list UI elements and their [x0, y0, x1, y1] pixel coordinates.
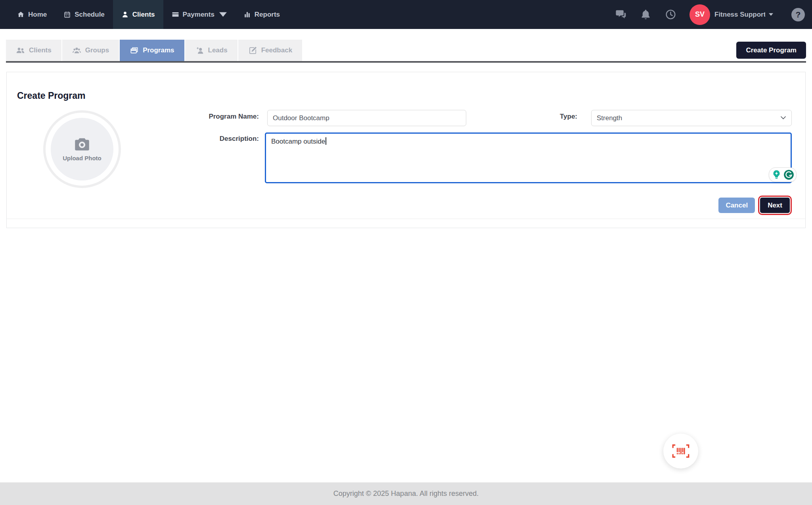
top-navbar: Home Schedule Clients Payments Reports: [0, 0, 812, 29]
description-textarea[interactable]: Bootcamp outside: [265, 132, 792, 183]
description-text: Bootcamp outside: [271, 138, 325, 145]
nav-item-label: Schedule: [75, 11, 105, 19]
bell-icon: [640, 9, 651, 20]
page-footer: Copyright © 2025 Hapana. All rights rese…: [0, 482, 812, 505]
main-navigation: Home Schedule Clients Payments Reports: [0, 0, 288, 29]
nav-item-label: Clients: [132, 11, 155, 19]
type-select-wrap: Strength: [591, 110, 792, 126]
question-mark-icon: ?: [796, 10, 801, 19]
camera-icon: [74, 137, 90, 151]
program-name-input[interactable]: [267, 110, 466, 126]
form-actions: Cancel Next: [718, 196, 792, 215]
bar-chart-icon: [243, 11, 251, 18]
notifications-button[interactable]: [640, 9, 651, 20]
tab-label: Programs: [143, 46, 174, 54]
navbar-right: SV Fitness Support... ?: [608, 0, 812, 29]
chat-button[interactable]: [615, 9, 626, 20]
chevron-down-icon: [219, 11, 227, 18]
upload-photo-button[interactable]: Upload Photo: [43, 110, 121, 188]
next-button[interactable]: Next: [760, 198, 790, 213]
history-button[interactable]: [665, 9, 676, 20]
window-stack-icon: [130, 46, 139, 55]
card-footer-divider: [7, 219, 805, 219]
avatar-initials: SV: [695, 10, 705, 19]
tab-label: Leads: [208, 46, 228, 54]
user-sparkle-icon: [195, 46, 204, 55]
user-group-icon: [72, 46, 81, 55]
nav-item-home[interactable]: Home: [9, 0, 55, 29]
nav-item-label: Home: [28, 11, 47, 19]
tab-label: Feedback: [261, 46, 292, 54]
tab-programs[interactable]: Programs: [120, 40, 184, 61]
tab-feedback[interactable]: Feedback: [238, 40, 302, 61]
edit-document-icon: [248, 46, 257, 55]
tab-clients[interactable]: Clients: [6, 40, 61, 61]
credit-card-icon: [172, 11, 179, 18]
copyright-text: Copyright © 2025 Hapana. All rights rese…: [333, 490, 479, 498]
nav-item-reports[interactable]: Reports: [235, 0, 288, 29]
create-program-button[interactable]: Create Program: [736, 42, 806, 59]
program-name-label: Program Name:: [149, 113, 259, 121]
tab-label: Groups: [85, 46, 109, 54]
calendar-icon: [63, 11, 71, 18]
help-button[interactable]: ?: [791, 8, 805, 21]
upload-photo-circle: Upload Photo: [51, 118, 113, 180]
cancel-button[interactable]: Cancel: [718, 198, 755, 213]
upload-photo-label: Upload Photo: [63, 155, 102, 161]
grammar-assistant-icon: [783, 169, 794, 180]
clock-icon: [665, 9, 676, 20]
account-menu-toggle[interactable]: [769, 13, 773, 16]
tab-label: Clients: [29, 46, 52, 54]
nav-item-schedule[interactable]: Schedule: [55, 0, 113, 29]
writing-assistant-widget[interactable]: [769, 167, 797, 182]
chat-icon: [615, 9, 626, 20]
type-label: Type:: [538, 113, 577, 121]
tab-strip: Clients Groups Programs Leads Feedback C…: [6, 40, 806, 63]
text-cursor: [326, 137, 326, 145]
create-program-card: Create Program Upload Photo Program Name…: [6, 72, 806, 228]
page-title: Create Program: [17, 90, 86, 101]
tab-leads[interactable]: Leads: [185, 40, 237, 61]
user-icon: [121, 11, 129, 18]
nav-item-label: Reports: [255, 11, 280, 19]
avatar[interactable]: SV: [689, 4, 710, 25]
barcode-scan-fab[interactable]: [663, 434, 698, 469]
home-icon: [17, 11, 25, 18]
type-select[interactable]: Strength: [591, 110, 792, 126]
lightbulb-suggestion-icon: [771, 169, 782, 180]
account-name[interactable]: Fitness Support...: [714, 11, 765, 19]
nav-item-clients[interactable]: Clients: [113, 0, 163, 29]
chevron-down-icon: [769, 13, 773, 16]
nav-item-payments[interactable]: Payments: [163, 0, 235, 29]
nav-item-label: Payments: [183, 11, 214, 19]
description-label: Description:: [149, 135, 259, 143]
barcode-scan-icon: [672, 444, 690, 458]
tab-groups[interactable]: Groups: [62, 40, 119, 61]
users-icon: [16, 46, 25, 55]
